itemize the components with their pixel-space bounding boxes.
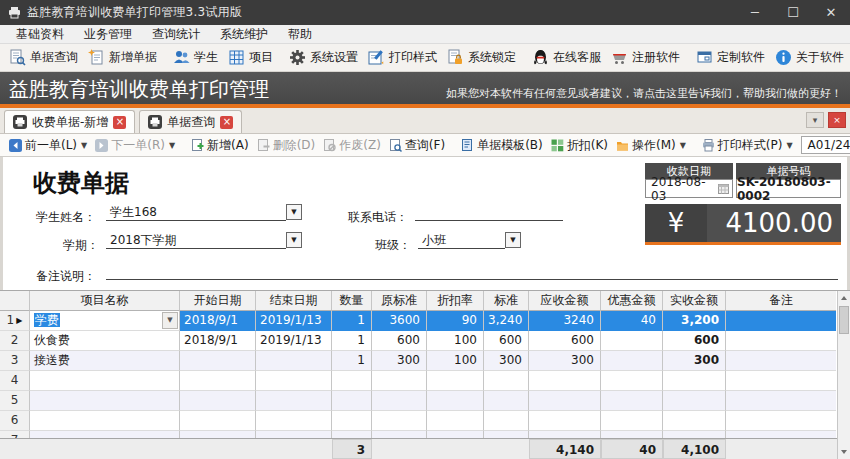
close-button[interactable]: ✕ (812, 0, 850, 25)
cell-received[interactable]: 300 (663, 351, 726, 371)
projects-button[interactable]: 项目 (223, 47, 278, 68)
vertical-scrollbar[interactable] (837, 291, 850, 459)
receipt-date-field[interactable]: 2018-08-03 (645, 179, 733, 198)
cell[interactable] (427, 411, 484, 431)
cell[interactable] (372, 371, 427, 391)
tab-bill-query[interactable]: 单据查询 × (139, 110, 242, 133)
cell[interactable] (427, 371, 484, 391)
cell-discount-amt[interactable]: 40 (601, 311, 663, 331)
cell-end-date[interactable]: 2019/1/13 (256, 331, 332, 351)
cell-start-date[interactable] (180, 351, 256, 371)
tab-close-icon[interactable]: × (220, 116, 233, 129)
scroll-down-icon[interactable] (838, 445, 850, 459)
row-number[interactable]: 4 (0, 371, 30, 391)
bill-query-button[interactable]: 单据查询 (4, 47, 83, 68)
col-header-receivable[interactable]: 应收金额 (529, 291, 601, 311)
student-dropdown-icon[interactable]: ▼ (286, 204, 302, 220)
cell[interactable] (180, 371, 256, 391)
cell[interactable] (256, 391, 332, 411)
phone-input[interactable] (415, 204, 563, 221)
cell-item-name[interactable]: 伙食费 (30, 331, 180, 351)
row-number[interactable]: 1▶ (0, 311, 30, 331)
cell[interactable] (663, 371, 726, 391)
row-number[interactable]: 2 (0, 331, 30, 351)
col-header-remark[interactable]: 备注 (726, 291, 836, 311)
cell[interactable] (663, 411, 726, 431)
students-button[interactable]: 学生 (168, 47, 223, 68)
print-style-combobox[interactable]: A01/241mm/3等分/每页5行 ▾ (801, 136, 850, 154)
cell-start-date[interactable]: 2018/9/1 (180, 331, 256, 351)
minimize-button[interactable]: ─ (736, 0, 774, 25)
cell[interactable] (427, 391, 484, 411)
row-number[interactable]: 3 (0, 351, 30, 371)
system-settings-button[interactable]: 系统设置 (284, 47, 363, 68)
next-bill-button[interactable]: 下一单(R)▼ (91, 136, 179, 155)
cell-receivable[interactable]: 600 (529, 331, 601, 351)
cell[interactable] (332, 371, 372, 391)
col-header-end-date[interactable]: 结束日期 (256, 291, 332, 311)
cell[interactable] (726, 411, 836, 431)
cell-discount-rate[interactable]: 100 (427, 351, 484, 371)
cell[interactable] (30, 391, 180, 411)
semester-combobox[interactable]: 2018下学期 (106, 232, 286, 249)
col-header-received[interactable]: 实收金额 (663, 291, 726, 311)
semester-dropdown-icon[interactable]: ▼ (286, 232, 302, 248)
cell[interactable] (256, 371, 332, 391)
cell-discount-rate[interactable]: 90 (427, 311, 484, 331)
item-name-cell-editor[interactable]: 学费▼ (30, 311, 180, 331)
system-lock-button[interactable]: 系统锁定 (442, 47, 521, 68)
cell-receivable[interactable]: 300 (529, 351, 601, 371)
col-header-std[interactable]: 标准 (484, 291, 529, 311)
prev-bill-button[interactable]: 前一单(L)▼ (5, 136, 91, 155)
cell-discount-amt[interactable] (601, 351, 663, 371)
bill-new-button[interactable]: 新增单据 (83, 47, 162, 68)
cell-std[interactable]: 3,240 (484, 311, 529, 331)
cell[interactable] (529, 391, 601, 411)
cell[interactable] (484, 371, 529, 391)
menu-basic-data[interactable]: 基础资料 (6, 25, 74, 43)
cell[interactable] (601, 391, 663, 411)
cell-dropdown-icon[interactable]: ▼ (162, 312, 178, 329)
cell[interactable] (180, 411, 256, 431)
col-header-item-name[interactable]: 项目名称 (30, 291, 180, 311)
cell[interactable] (601, 411, 663, 431)
remark-input[interactable] (106, 263, 838, 280)
student-name-combobox[interactable]: 学生168 (106, 204, 286, 221)
cell-orig-std[interactable]: 600 (372, 331, 427, 351)
class-combobox[interactable]: 小班 (418, 232, 505, 249)
cell[interactable] (180, 391, 256, 411)
calendar-icon[interactable] (718, 183, 729, 194)
cell-discount-rate[interactable]: 100 (427, 331, 484, 351)
delete-button[interactable]: 删除(D) (253, 136, 320, 155)
tab-list-dropdown-icon[interactable]: ▾ (806, 112, 824, 128)
cell-std[interactable]: 300 (484, 351, 529, 371)
cell-remark[interactable] (726, 351, 836, 371)
custom-software-button[interactable]: 定制软件 (691, 47, 770, 68)
cell[interactable] (726, 391, 836, 411)
cell[interactable] (332, 391, 372, 411)
cell-qty[interactable]: 1 (332, 351, 372, 371)
cell-receivable[interactable]: 3240 (529, 311, 601, 331)
cell-end-date[interactable]: 2019/1/13 (256, 311, 332, 331)
print-style-select-button[interactable]: 打印样式(P)▼ (698, 136, 797, 155)
cell-qty[interactable]: 1 (332, 311, 372, 331)
row-number[interactable]: 5 (0, 391, 30, 411)
cell[interactable] (529, 371, 601, 391)
cell[interactable] (601, 371, 663, 391)
cell-remark[interactable] (726, 331, 836, 351)
discount-button[interactable]: 折扣(K) (547, 136, 612, 155)
cell-received[interactable]: 3,200 (663, 311, 726, 331)
cell[interactable] (529, 411, 601, 431)
menu-help[interactable]: 帮助 (278, 25, 322, 43)
about-button[interactable]: 关于软件 (770, 47, 849, 68)
cell[interactable] (256, 411, 332, 431)
class-dropdown-icon[interactable]: ▼ (505, 232, 521, 248)
cell[interactable] (484, 411, 529, 431)
cell[interactable] (484, 391, 529, 411)
cell-qty[interactable]: 1 (332, 331, 372, 351)
scroll-up-icon[interactable] (838, 291, 850, 305)
menu-business[interactable]: 业务管理 (74, 25, 142, 43)
cell[interactable] (372, 391, 427, 411)
tabbar-close-icon[interactable]: × (828, 112, 846, 128)
col-header-orig-std[interactable]: 原标准 (372, 291, 427, 311)
